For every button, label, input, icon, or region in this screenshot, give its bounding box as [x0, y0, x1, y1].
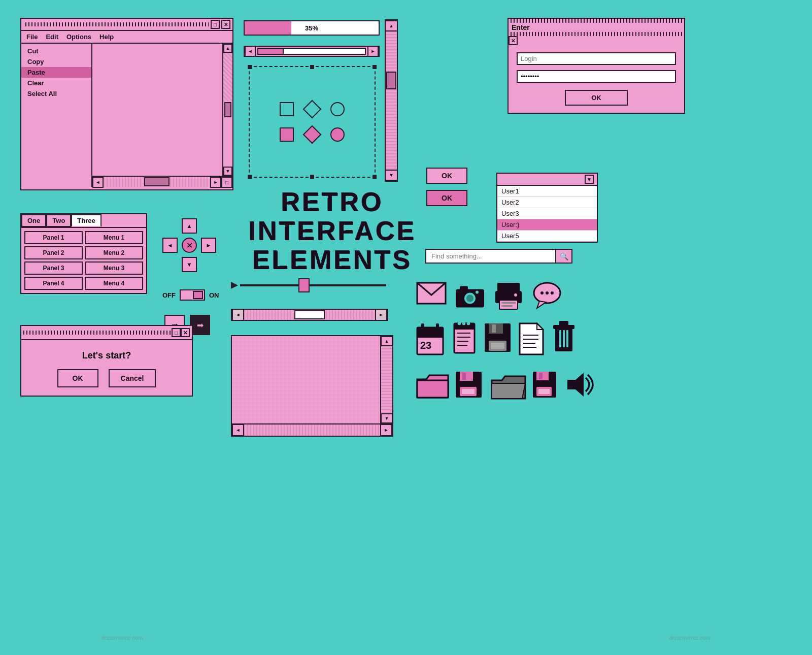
trash-icon[interactable] [551, 320, 577, 353]
svg-point-14 [540, 291, 544, 294]
dropdown-user1[interactable]: User1 [497, 186, 597, 197]
vertical-scrollbar[interactable]: ▲ ▼ [222, 44, 232, 176]
dropdown-arrow[interactable]: ▼ [585, 175, 594, 184]
title-dotted-bar [25, 22, 209, 26]
minimize-button[interactable]: □ [211, 20, 220, 29]
speaker-icon[interactable] [565, 371, 596, 399]
dpad-right[interactable]: ► [201, 238, 216, 253]
vscroll-track-top [386, 31, 397, 72]
panel-3[interactable]: Panel 3 [24, 261, 83, 275]
content-hscroll-right[interactable]: ► [380, 424, 392, 436]
menu-help[interactable]: Help [95, 32, 118, 42]
panel-2[interactable]: Panel 2 [24, 246, 83, 259]
notepad-icon[interactable] [451, 322, 477, 353]
dialog-dots [23, 331, 172, 335]
close-button[interactable]: ✕ [221, 20, 230, 29]
dropdown-user4[interactable]: User:) [497, 219, 597, 231]
dialog-minimize[interactable]: □ [172, 328, 181, 337]
tab-one[interactable]: One [21, 214, 46, 227]
floppy-dark-icon[interactable] [455, 371, 483, 399]
tab-three[interactable]: Three [71, 214, 101, 227]
vscroll-thumb[interactable] [386, 72, 396, 89]
menu-edit[interactable]: Edit [42, 32, 62, 42]
menu-2[interactable]: Menu 2 [85, 246, 143, 259]
nav-forward-filled[interactable]: ➡ [190, 315, 210, 335]
dpad-up[interactable]: ▲ [182, 218, 197, 234]
svg-point-16 [551, 291, 554, 294]
dialog-close[interactable]: ✕ [181, 328, 190, 337]
login-dotted-bar2 [511, 32, 682, 36]
calendar-icon[interactable]: 23 [416, 322, 444, 353]
slider-thumb[interactable] [298, 278, 310, 292]
menu-options[interactable]: Options [62, 32, 95, 42]
menu-3[interactable]: Menu 3 [85, 261, 143, 275]
chat-icon[interactable] [532, 282, 562, 310]
vscroll-down[interactable]: ▼ [385, 170, 398, 181]
password-input[interactable] [517, 70, 676, 83]
context-menu-copy[interactable]: Copy [21, 56, 91, 67]
tab-two[interactable]: Two [46, 214, 71, 227]
scroll-down-button[interactable]: ▼ [223, 167, 232, 176]
ok-button-filled[interactable]: OK [426, 190, 467, 206]
shape-diamond-1 [303, 100, 322, 119]
context-menu-clear[interactable]: Clear [21, 78, 91, 88]
svg-rect-54 [462, 389, 475, 394]
dialog-ok-button[interactable]: OK [57, 369, 98, 387]
toggle-switch[interactable] [180, 289, 205, 301]
dropdown-user2[interactable]: User2 [497, 197, 597, 208]
vscroll-up[interactable]: ▲ [385, 20, 398, 31]
menu-1[interactable]: Menu 1 [85, 231, 143, 244]
scroll-left-button[interactable]: ◄ [92, 177, 104, 188]
menu-4[interactable]: Menu 4 [85, 277, 143, 290]
document-icon[interactable] [519, 322, 544, 353]
svg-rect-28 [457, 337, 470, 338]
dropdown-user5[interactable]: User5 [497, 231, 597, 242]
printer-icon[interactable] [493, 282, 524, 310]
retro-title-line1: RETRO [249, 188, 416, 217]
hscroll-left[interactable]: ◄ [245, 46, 256, 57]
resize-handle[interactable]: □ [221, 177, 232, 188]
svg-rect-38 [523, 335, 538, 336]
floppy-small-icon[interactable] [532, 371, 557, 399]
dpad-left[interactable]: ◄ [162, 238, 178, 253]
scroll-thumb-v[interactable] [224, 102, 231, 117]
main-content-area [92, 44, 222, 176]
mail-icon[interactable] [416, 282, 447, 310]
login-input[interactable] [517, 52, 676, 65]
context-menu-cut[interactable]: Cut [21, 46, 91, 56]
dialog-window: □ ✕ Let's start? OK Cancel [20, 325, 193, 397]
search-box: 🔍 [425, 249, 572, 264]
svg-rect-44 [559, 321, 568, 326]
panel-1[interactable]: Panel 1 [24, 231, 83, 244]
svg-rect-8 [499, 300, 518, 309]
scroll-up-button[interactable]: ▲ [223, 44, 232, 53]
floppy-black-icon[interactable] [484, 322, 512, 353]
toggle-container: OFF ON [162, 289, 219, 301]
scroll-right-button[interactable]: ► [210, 177, 221, 188]
folder-pink-icon[interactable] [416, 373, 447, 399]
search-icon[interactable]: 🔍 [555, 250, 571, 263]
login-close[interactable]: ✕ [509, 36, 518, 45]
dpad-center[interactable]: ✕ [182, 238, 197, 253]
panel-4[interactable]: Panel 4 [24, 277, 83, 290]
scroll-thumb-h[interactable] [144, 177, 170, 186]
hscroll2-left[interactable]: ◄ [232, 309, 244, 321]
search-input[interactable] [426, 250, 555, 263]
context-menu-paste[interactable]: Paste [21, 67, 91, 78]
dropdown-user3[interactable]: User3 [497, 208, 597, 219]
dialog-cancel-button[interactable]: Cancel [109, 369, 156, 387]
camera-icon[interactable] [455, 282, 485, 310]
menu-file[interactable]: File [22, 32, 42, 42]
content-vscroll-down[interactable]: ▼ [381, 413, 393, 423]
hscroll2-thumb[interactable] [294, 310, 325, 319]
folder-open-icon[interactable] [491, 373, 524, 399]
context-menu-select-all[interactable]: Select All [21, 88, 91, 99]
hscroll-right[interactable]: ► [367, 46, 379, 57]
hscroll2-right[interactable]: ► [375, 309, 387, 321]
login-ok-button[interactable]: OK [565, 90, 628, 106]
hscroll-thumb[interactable] [258, 49, 284, 54]
content-vscroll-up[interactable]: ▲ [381, 336, 393, 346]
content-hscroll-left[interactable]: ◄ [232, 424, 244, 436]
ok-button-outline[interactable]: OK [426, 168, 467, 184]
dpad-down[interactable]: ▼ [182, 257, 197, 272]
